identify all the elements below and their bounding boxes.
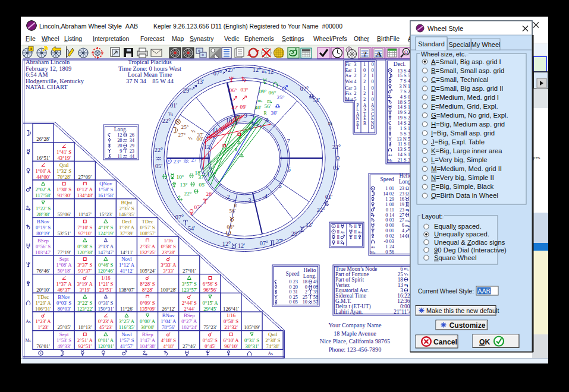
svg-text:22°: 22° — [317, 207, 325, 213]
svg-text:Make this the new default: Make this the new default — [426, 307, 499, 314]
svg-text:0 05: 0 05 — [289, 299, 298, 305]
svg-text:30°31': 30°31' — [245, 343, 259, 349]
svg-text:06°: 06° — [269, 90, 276, 96]
svg-text:P=Big, Simple, Black: P=Big, Simple, Black — [431, 183, 494, 190]
svg-text:Interpretation: Interpretation — [93, 36, 129, 42]
svg-text:Decl.: Decl. — [394, 61, 405, 67]
svg-text:27': 27' — [191, 157, 198, 163]
svg-text:As: As — [340, 230, 345, 234]
svg-text:m: m — [257, 98, 262, 103]
svg-text:09': 09' — [240, 104, 247, 110]
svg-text:28: 28 — [117, 138, 122, 143]
svg-text:2°38' S: 2°38' S — [265, 337, 280, 343]
svg-text:91°30': 91°30' — [57, 192, 71, 198]
svg-text:Qntl: Qntl — [268, 331, 278, 337]
svg-text:7 S 2: 7 S 2 — [400, 89, 410, 94]
svg-text:90 Deg Dial (Interactive): 90 Deg Dial (Interactive) — [434, 246, 507, 254]
svg-text:m: m — [405, 223, 409, 228]
svg-text:6°10' A: 6°10' A — [223, 337, 239, 343]
svg-text:13 N 5: 13 N 5 — [397, 137, 410, 142]
svg-text:10°: 10° — [177, 174, 184, 180]
svg-text:23: 23 — [400, 186, 404, 191]
svg-text:105°24': 105°24' — [140, 268, 156, 274]
svg-text:Customize: Customize — [449, 321, 486, 330]
svg-text:2°35' A: 2°35' A — [140, 244, 156, 249]
svg-text:D: D — [371, 125, 375, 130]
svg-text:C=Small, Technical: C=Small, Technical — [431, 76, 488, 83]
svg-text:134°48': 134°48' — [77, 192, 93, 198]
svg-text:Car: Car — [345, 86, 353, 91]
svg-text:BirthFile: BirthFile — [377, 36, 400, 42]
svg-text:My Wheel: My Wheel — [471, 41, 501, 48]
svg-text:N=Very big, Simple II: N=Very big, Simple II — [431, 174, 494, 181]
svg-text:1 01: 1 01 — [385, 186, 394, 191]
svg-text:Layout:: Layout: — [422, 213, 442, 220]
svg-text:Listing: Listing — [64, 36, 82, 42]
svg-text:As: As — [26, 319, 31, 324]
svg-text:37': 37' — [199, 174, 205, 180]
svg-text:28': 28' — [206, 191, 213, 197]
svg-text:14 S 2: 14 S 2 — [398, 121, 410, 126]
svg-text:27°09': 27°09' — [78, 174, 92, 180]
svg-text:7°10' S: 7°10' S — [77, 225, 92, 230]
svg-text:116°35': 116°35' — [119, 324, 135, 330]
svg-text:21°11’4: 21°11’4 — [394, 309, 411, 315]
svg-text:BNov: BNov — [37, 219, 49, 225]
svg-text:+: + — [30, 46, 33, 52]
svg-text:Qntl: Qntl — [59, 162, 69, 168]
svg-text:104°38': 104°38' — [140, 343, 156, 349]
svg-text:Sept: Sept — [59, 331, 69, 337]
svg-text:120°01': 120°01' — [98, 343, 114, 349]
svg-text:0: 0 — [371, 86, 373, 91]
svg-text:22°: 22° — [184, 191, 192, 197]
svg-text:0°38' S: 0°38' S — [77, 244, 92, 249]
svg-text:-0 03: -0 03 — [384, 239, 394, 244]
svg-text:3°19' A: 3°19' A — [77, 281, 93, 287]
svg-text:4: 4 — [264, 193, 268, 200]
svg-text:0: 0 — [371, 62, 373, 67]
svg-text:Ω: Ω — [404, 50, 408, 55]
svg-text:120°46': 120°46' — [98, 268, 114, 274]
svg-text:0°03' S: 0°03' S — [56, 300, 71, 306]
svg-text:QNov: QNov — [99, 181, 112, 186]
svg-text:11°26': 11°26' — [120, 306, 134, 312]
svg-text:R: R — [263, 110, 266, 116]
svg-text:Ω: Ω — [335, 156, 339, 162]
svg-text:3: 3 — [248, 197, 251, 204]
svg-text:Wheel/Prefs: Wheel/Prefs — [313, 36, 347, 42]
svg-text:3°25' A: 3°25' A — [119, 318, 135, 324]
svg-text:13°: 13° — [180, 182, 188, 188]
svg-text:4°19' S: 4°19' S — [98, 225, 113, 230]
svg-text:124°19': 124°19' — [98, 230, 114, 236]
svg-text:BSep: BSep — [184, 312, 195, 318]
svg-text:13 S 5: 13 S 5 — [398, 147, 410, 152]
svg-text:8°28': 8°28' — [142, 287, 153, 293]
svg-text:1°23' A: 1°23' A — [35, 318, 51, 324]
svg-text:22°: 22° — [332, 144, 341, 150]
svg-text:05': 05' — [333, 165, 340, 171]
svg-text:07°: 07° — [213, 70, 222, 77]
svg-text:m: m — [262, 68, 266, 74]
svg-text:09°: 09° — [259, 88, 267, 94]
svg-text:27: 27 — [400, 217, 404, 223]
svg-text:1: 1 — [371, 91, 373, 96]
svg-text:16°51': 16°51' — [36, 155, 50, 161]
svg-text:Current Wheel Style:: Current Wheel Style: — [418, 288, 474, 295]
svg-text:25°05': 25°05' — [57, 324, 71, 330]
svg-text:Mc: Mc — [370, 250, 376, 254]
svg-text:21°32': 21°32' — [224, 324, 238, 330]
svg-text:106°31': 106°31' — [35, 306, 51, 312]
svg-text:1: 1 — [371, 73, 373, 78]
svg-text:30°00': 30°00' — [141, 324, 155, 330]
svg-text:11: 11 — [117, 154, 122, 159]
svg-text:E=Medium, Med. grid I: E=Medium, Med. grid I — [431, 94, 499, 101]
svg-text:96°10': 96°10' — [224, 343, 238, 349]
svg-text:22°: 22° — [155, 147, 163, 153]
svg-text:2: 2 — [363, 91, 366, 96]
svg-text:1: 1 — [354, 68, 356, 73]
svg-text:0°19' S: 0°19' S — [36, 225, 51, 230]
svg-text:BNov: BNov — [162, 312, 175, 318]
svg-text:2°51' A: 2°51' A — [77, 337, 93, 343]
svg-text:150°31': 150°31' — [98, 306, 114, 312]
svg-text:1: 1 — [363, 62, 366, 67]
